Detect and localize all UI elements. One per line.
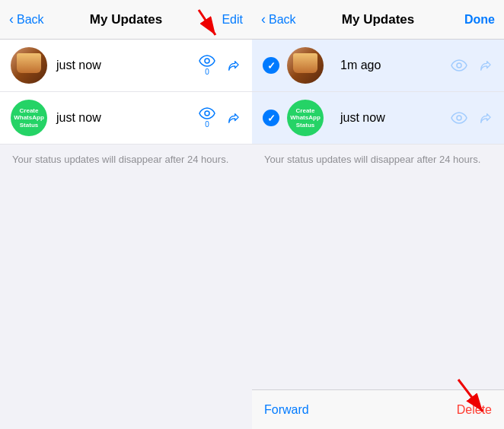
svg-point-2 (205, 59, 209, 63)
right-avatar-2-text: Create WhatsApp Status (287, 107, 324, 129)
right-info-text: Your status updates will disappear after… (252, 145, 504, 174)
left-share-icon-1[interactable] (225, 59, 241, 72)
left-back-label: Back (17, 13, 44, 27)
left-item-1-text: just now (56, 59, 199, 72)
left-info-text: Your status updates will disappear after… (0, 145, 252, 174)
left-chevron-icon: ‹ (9, 11, 14, 27)
left-item-1-actions: 0 (199, 55, 241, 76)
left-nav-title: My Updates (90, 12, 162, 27)
right-eye-icon-2 (451, 112, 467, 124)
right-share-icon-1 (477, 59, 493, 72)
left-item-1-time: just now (56, 59, 199, 72)
right-list-item-2[interactable]: Create WhatsApp Status just now (252, 92, 504, 145)
right-done-label: Done (464, 13, 495, 27)
right-item-2-actions (451, 112, 493, 124)
left-avatar-2-inner: Create WhatsApp Status (11, 100, 47, 136)
left-list: just now 0 (0, 40, 252, 145)
left-back-button[interactable]: ‹ Back (9, 11, 44, 27)
right-share-icon-2 (477, 112, 493, 124)
svg-point-4 (457, 63, 461, 68)
right-nav-bar: ‹ Back My Updates Done (252, 0, 504, 40)
right-eye-icon-1 (451, 59, 467, 72)
left-avatar-2-text: Create WhatsApp Status (11, 107, 47, 129)
right-done-button[interactable]: Done (464, 13, 495, 27)
right-bottom-bar: Forward Delete (252, 389, 504, 429)
right-panel: ‹ Back My Updates Done 1m ago (252, 0, 504, 429)
right-checkmark-1 (263, 57, 279, 74)
right-item-2-time: just now (340, 111, 451, 125)
right-list: 1m ago Crea (252, 40, 504, 145)
left-edit-label: Edit (222, 13, 243, 27)
left-panel: ‹ Back My Updates Edit just now (0, 0, 252, 429)
right-item-1-text: 1m ago (340, 59, 451, 72)
right-avatar-2-inner: Create WhatsApp Status (287, 100, 324, 136)
right-item-1-actions (451, 59, 493, 72)
left-nav-bar: ‹ Back My Updates Edit (0, 0, 252, 40)
left-view-count-1: 0 (205, 68, 209, 76)
left-item-2-time: just now (56, 111, 199, 125)
delete-button[interactable]: Delete (457, 403, 492, 417)
right-chevron-icon: ‹ (261, 11, 266, 27)
left-eye-icon-2[interactable]: 0 (199, 107, 215, 129)
right-item-1-time: 1m ago (340, 59, 451, 72)
delete-label: Delete (457, 403, 492, 416)
right-avatar-1 (287, 47, 324, 84)
svg-point-3 (205, 111, 209, 116)
forward-label: Forward (264, 403, 309, 416)
right-nav-title: My Updates (342, 12, 414, 27)
right-avatar-2: Create WhatsApp Status (287, 100, 324, 136)
right-item-2-text: just now (340, 111, 451, 125)
forward-button[interactable]: Forward (264, 403, 309, 417)
left-item-2-text: just now (56, 111, 199, 125)
right-back-button[interactable]: ‹ Back (261, 11, 296, 27)
left-list-item-1[interactable]: just now 0 (0, 40, 252, 92)
right-checkmark-2 (263, 110, 279, 126)
left-share-icon-2[interactable] (225, 112, 241, 124)
left-view-count-2: 0 (205, 120, 209, 129)
left-list-item-2[interactable]: Create WhatsApp Status just now 0 (0, 92, 252, 145)
left-edit-button[interactable]: Edit (222, 13, 243, 27)
left-avatar-2: Create WhatsApp Status (11, 100, 47, 136)
left-avatar-1 (11, 47, 47, 84)
right-back-label: Back (269, 13, 296, 27)
left-eye-icon-1[interactable]: 0 (199, 55, 215, 76)
svg-point-5 (457, 116, 461, 120)
left-item-2-actions: 0 (199, 107, 241, 129)
right-list-item-1[interactable]: 1m ago (252, 40, 504, 92)
